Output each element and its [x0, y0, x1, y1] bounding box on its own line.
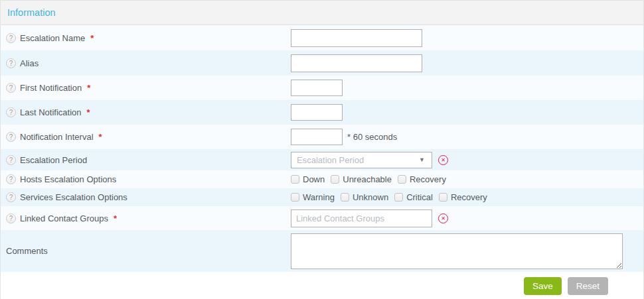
label-cell: ? Notification Interval *: [1, 132, 291, 142]
field-cell: [291, 29, 643, 47]
checkbox-option-critical[interactable]: Critical: [394, 192, 433, 202]
row-escalation-period: ? Escalation Period Escalation Period ▼ …: [1, 149, 643, 170]
required-mark: *: [87, 107, 90, 117]
help-icon[interactable]: ?: [6, 192, 16, 202]
checkbox-label: Recovery: [410, 174, 446, 184]
required-mark: *: [114, 213, 117, 223]
field-label: Hosts Escalation Options: [20, 174, 116, 184]
checkbox-icon: [291, 175, 299, 184]
reset-button[interactable]: Reset: [568, 277, 608, 295]
checkbox-icon: [341, 193, 349, 202]
row-linked-contact-groups: ? Linked Contact Groups * ✕: [1, 206, 643, 230]
checkbox-option-unknown[interactable]: Unknown: [341, 192, 388, 202]
label-cell: ? First Notification *: [1, 83, 291, 93]
field-label: Alias: [20, 58, 39, 68]
clear-linked-contact-groups-icon[interactable]: ✕: [438, 213, 448, 223]
checkbox-icon: [331, 175, 339, 184]
clear-escalation-period-icon[interactable]: ✕: [438, 155, 448, 165]
field-label: Notification Interval: [20, 132, 94, 142]
checkbox-icon: [291, 193, 299, 202]
help-icon[interactable]: ?: [6, 83, 16, 93]
required-mark: *: [87, 83, 90, 93]
field-cell: Down Unreachable Recovery: [291, 174, 643, 184]
row-alias: ? Alias: [1, 50, 643, 76]
help-icon[interactable]: ?: [6, 33, 16, 43]
save-button[interactable]: Save: [524, 277, 562, 295]
label-cell: ? Hosts Escalation Options: [1, 174, 291, 184]
field-cell: [291, 80, 643, 96]
checkbox-option-recovery[interactable]: Recovery: [439, 192, 487, 202]
panel-header: Information: [1, 1, 643, 25]
help-icon[interactable]: ?: [6, 213, 16, 223]
form-actions: Save Reset: [1, 272, 643, 299]
field-cell: [291, 233, 643, 269]
checkbox-option-warning[interactable]: Warning: [291, 192, 335, 202]
field-label: Linked Contact Groups: [20, 213, 108, 223]
help-icon[interactable]: ?: [6, 155, 16, 165]
checkbox-option-down[interactable]: Down: [291, 174, 325, 184]
label-cell: ? Services Escalation Options: [1, 192, 291, 202]
field-label: Escalation Period: [20, 155, 87, 165]
escalation-period-select[interactable]: Escalation Period ▼: [291, 152, 432, 168]
field-cell: [291, 104, 643, 121]
row-services-escalation-options: ? Services Escalation Options Warning Un…: [1, 188, 643, 206]
alias-input[interactable]: [291, 54, 422, 72]
field-label: Services Escalation Options: [20, 192, 127, 202]
help-icon[interactable]: ?: [6, 132, 16, 142]
row-last-notification: ? Last Notification *: [1, 100, 643, 125]
label-cell: ? Last Notification *: [1, 107, 291, 117]
first-notification-input[interactable]: [291, 80, 343, 96]
checkbox-icon: [439, 193, 447, 202]
field-label: Last Notification: [20, 107, 82, 117]
field-label: Escalation Name: [20, 33, 85, 43]
checkbox-label: Recovery: [451, 192, 487, 202]
label-cell: ? Alias: [1, 58, 291, 68]
checkbox-label: Down: [303, 174, 325, 184]
panel-title: Information: [7, 7, 56, 18]
help-icon[interactable]: ?: [6, 107, 16, 117]
comments-textarea[interactable]: [291, 233, 623, 269]
field-label: First Notification: [20, 83, 82, 93]
field-cell: [291, 54, 643, 72]
row-hosts-escalation-options: ? Hosts Escalation Options Down Unreacha…: [1, 170, 643, 188]
last-notification-input[interactable]: [291, 104, 343, 121]
escalation-form-panel: Information ? Escalation Name * ? Alias …: [0, 0, 644, 299]
required-mark: *: [99, 132, 102, 142]
row-comments: Comments: [1, 230, 643, 272]
help-icon[interactable]: ?: [6, 174, 16, 184]
field-cell: ✕: [291, 209, 643, 227]
label-cell: ? Linked Contact Groups *: [1, 213, 291, 223]
field-cell: * 60 seconds: [291, 129, 643, 145]
checkbox-label: Warning: [303, 192, 335, 202]
checkbox-label: Unknown: [353, 192, 388, 202]
escalation-name-input[interactable]: [291, 29, 422, 47]
checkbox-label: Unreachable: [343, 174, 392, 184]
field-label: Comments: [6, 246, 48, 256]
row-escalation-name: ? Escalation Name *: [1, 25, 643, 50]
help-icon[interactable]: ?: [6, 58, 16, 68]
row-first-notification: ? First Notification *: [1, 76, 643, 100]
notification-interval-input[interactable]: [291, 129, 343, 145]
required-mark: *: [90, 33, 94, 43]
row-notification-interval: ? Notification Interval * * 60 seconds: [1, 125, 643, 149]
linked-contact-groups-input[interactable]: [291, 209, 432, 227]
chevron-down-icon: ▼: [419, 156, 425, 163]
field-cell: Escalation Period ▼ ✕: [291, 152, 643, 168]
checkbox-option-unreachable[interactable]: Unreachable: [331, 174, 392, 184]
checkbox-label: Critical: [406, 192, 433, 202]
label-cell: ? Escalation Name *: [1, 33, 291, 43]
select-placeholder: Escalation Period: [297, 155, 419, 165]
checkbox-icon: [398, 175, 406, 184]
label-cell: Comments: [1, 246, 291, 256]
interval-unit-hint: * 60 seconds: [347, 132, 397, 142]
label-cell: ? Escalation Period: [1, 155, 291, 165]
field-cell: Warning Unknown Critical Recovery: [291, 192, 643, 202]
checkbox-icon: [394, 193, 403, 202]
checkbox-option-recovery[interactable]: Recovery: [398, 174, 446, 184]
